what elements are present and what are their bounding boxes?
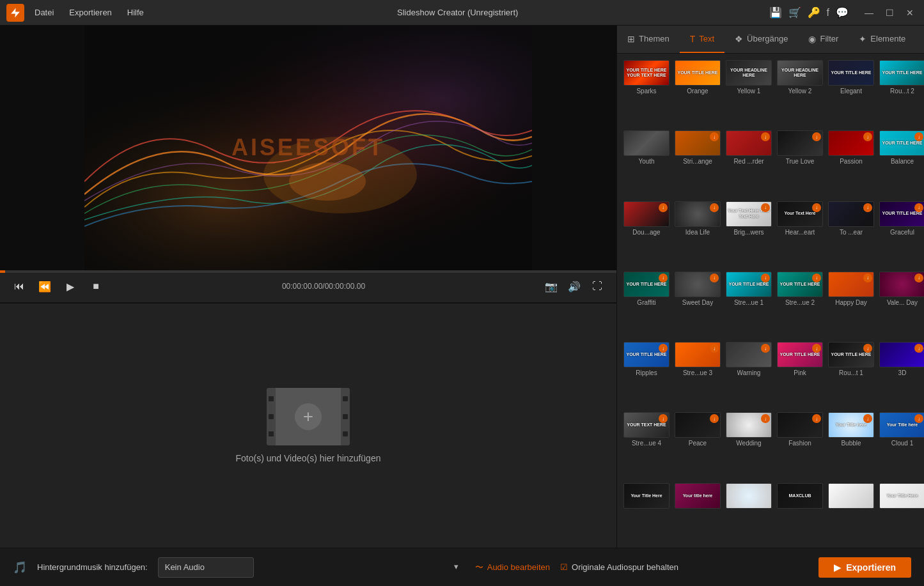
stop-button[interactable]: ■ [87, 277, 105, 295]
maximize-button[interactable]: ☐ [882, 5, 897, 20]
gallery-item-37[interactable]: Your title here [673, 482, 722, 543]
add-media-label: Foto(s) und Video(s) hier hinzufügen [236, 453, 381, 463]
gallery-item-27[interactable]: YOUR TITLE HERE↓Pink [776, 341, 824, 408]
step-back-button[interactable]: ⏪ [36, 277, 54, 295]
gallery-item-label: Yellow 1 [737, 88, 761, 95]
media-drop-area[interactable]: + Foto(s) und Video(s) hier hinzufügen [0, 302, 616, 548]
download-badge: ↓ [812, 132, 821, 141]
gallery-item-10[interactable]: ↓Passion [827, 129, 875, 197]
preview-canvas: AISEESOFT [84, 26, 532, 270]
gallery-item-23[interactable]: ↓Vale... Day [878, 270, 924, 338]
gallery-item-label: True Love [786, 158, 815, 165]
add-media-icon[interactable]: + [267, 388, 350, 445]
gallery-item-4[interactable]: YOUR TITLE HEREElegant [827, 59, 875, 127]
gallery-item-1[interactable]: YOUR TITLE HEREOrange [673, 59, 722, 127]
gallery-item-38[interactable] [724, 482, 773, 543]
gallery-item-2[interactable]: YOUR HEADLINE HEREYellow 1 [724, 59, 773, 127]
gallery-item-label: Happy Day [835, 299, 866, 306]
gallery-item-8[interactable]: ↓Red ...rder [724, 129, 773, 197]
original-audio-checkbox[interactable]: ☑ Originale Audiospur behalten [560, 562, 678, 572]
menu-datei[interactable]: Datei [32, 6, 56, 19]
gallery-item-5[interactable]: YOUR TITLE HERERou...t 2 [878, 59, 924, 127]
tab-filter[interactable]: ◉ Filter [798, 26, 849, 53]
gallery-item-label: Cloud 1 [891, 440, 913, 447]
gallery-item-28[interactable]: YOUR TITLE HERE↓Rou...t 1 [827, 341, 875, 408]
progress-bar[interactable] [0, 270, 616, 273]
gallery-item-18[interactable]: YOUR TITLE HERE↓Graffiti [622, 270, 671, 338]
download-badge: ↓ [812, 203, 821, 212]
download-badge: ↓ [710, 414, 719, 423]
volume-button[interactable]: 🔊 [565, 277, 583, 295]
gallery-item-31[interactable]: ↓Peace [673, 411, 722, 479]
gallery-item-41[interactable]: Your Title Here [878, 482, 924, 543]
gallery-item-33[interactable]: ↓Fashion [776, 411, 824, 479]
film-holes-left [267, 388, 276, 445]
gallery-item-label: Graceful [890, 229, 914, 236]
tab-elemente[interactable]: ✦ Elemente [849, 26, 916, 53]
gallery-item-11[interactable]: YOUR TITLE HERE↓Balance [878, 129, 924, 197]
gallery-item-29[interactable]: ↓3D [878, 341, 924, 408]
gallery-item-9[interactable]: ↓True Love [776, 129, 824, 197]
gallery-item-14[interactable]: Your Text Here Your Text Here↓Brig...wer… [724, 200, 773, 268]
gallery-item-19[interactable]: ↓Sweet Day [673, 270, 722, 338]
gallery-item-6[interactable]: Youth [622, 129, 671, 197]
gallery-item-21[interactable]: YOUR TITLE HERE↓Stre...ue 2 [776, 270, 824, 338]
tab-uebergaenge[interactable]: ❖ Übergänge [724, 26, 798, 53]
gallery-item-22[interactable]: ↓Happy Day [827, 270, 875, 338]
tabs-bar: ⊞ Themen T Text ❖ Übergänge ◉ Filter ✦ E… [617, 26, 924, 54]
tab-themen[interactable]: ⊞ Themen [617, 26, 680, 53]
tab-text[interactable]: T Text [680, 26, 724, 53]
download-badge: ↓ [812, 414, 821, 423]
gallery-item-26[interactable]: ↓Warning [724, 341, 773, 408]
save-icon[interactable]: 💾 [769, 6, 782, 19]
rewind-button[interactable]: ⏮ [10, 277, 28, 295]
gallery-item-36[interactable]: Your Title Here [622, 482, 671, 543]
gallery-item-label: Orange [687, 88, 708, 95]
gallery-item-35[interactable]: Your Title here↓Cloud 1 [878, 411, 924, 479]
titlebar: Datei Exportieren Hilfe Slideshow Creato… [0, 0, 924, 26]
gallery-item-24[interactable]: YOUR TITLE HERE↓Ripples [622, 341, 671, 408]
add-plus-icon: + [295, 403, 322, 430]
audio-edit-button[interactable]: 〜 Audio bearbeiten [475, 562, 550, 573]
key-icon[interactable]: 🔑 [808, 6, 820, 19]
gallery-item-0[interactable]: YOUR TITLE HERE YOUR TEXT HERESparks [622, 59, 671, 127]
minimize-button[interactable]: — [861, 5, 877, 20]
menu-exportieren[interactable]: Exportieren [67, 6, 114, 19]
chat-icon[interactable]: 💬 [836, 6, 849, 19]
preview-area: AISEESOFT [0, 26, 616, 270]
gallery-item-7[interactable]: ↓Stri...ange [673, 129, 722, 197]
app-logo [6, 4, 24, 22]
gallery-item-39[interactable]: MAXCLUB [776, 482, 824, 543]
gallery-grid: YOUR TITLE HERE YOUR TEXT HERESparksYOUR… [617, 54, 924, 548]
export-button[interactable]: ▶ Exportieren [818, 557, 911, 578]
menu-hilfe[interactable]: Hilfe [125, 6, 146, 19]
fullscreen-button[interactable]: ⛶ [588, 277, 606, 295]
download-badge: ↓ [761, 203, 770, 212]
gallery-item-20[interactable]: YOUR TITLE HERE↓Stre...ue 1 [724, 270, 773, 338]
gallery-item-15[interactable]: Your Text Here↓Hear...eart [776, 200, 824, 268]
gallery-item-16[interactable]: ↓To ...ear [827, 200, 875, 268]
gallery-item-30[interactable]: YOUR TEXT HERE↓Stre...ue 4 [622, 411, 671, 479]
gallery-item-17[interactable]: YOUR TITLE HERE↓Graceful [878, 200, 924, 268]
checkbox-icon: ☑ [560, 562, 568, 572]
play-button[interactable]: ▶ [61, 277, 79, 295]
gallery-item-3[interactable]: YOUR HEADLINE HEREYellow 2 [776, 59, 824, 127]
gallery-item-40[interactable] [827, 482, 875, 543]
gallery-item-label: Youth [638, 158, 654, 165]
gallery-item-label: Brig...wers [733, 229, 763, 236]
facebook-icon[interactable]: f [827, 7, 829, 19]
gallery-item-12[interactable]: ↓Dou...age [622, 200, 671, 268]
gallery-item-25[interactable]: ↓Stre...ue 3 [673, 341, 722, 408]
cart-icon[interactable]: 🛒 [788, 6, 801, 19]
gallery-item-label: Stre...ue 2 [785, 299, 815, 306]
audio-select[interactable]: Kein AudioAudiodatei auswählen [158, 557, 254, 578]
download-badge: ↓ [761, 274, 770, 282]
transport-bar-wrapper: ⏮ ⏪ ▶ ■ 00:00:00.00/00:00:00.00 📷 🔊 ⛶ [0, 270, 616, 302]
gallery-item-13[interactable]: ↓Idea Life [673, 200, 722, 268]
close-button[interactable]: ✕ [902, 5, 918, 20]
download-badge: ↓ [761, 414, 770, 423]
elemente-icon: ✦ [859, 34, 866, 44]
gallery-item-32[interactable]: ↓Wedding [724, 411, 773, 479]
screenshot-button[interactable]: 📷 [542, 277, 560, 295]
gallery-item-34[interactable]: Your Title here↓Bubble [827, 411, 875, 479]
